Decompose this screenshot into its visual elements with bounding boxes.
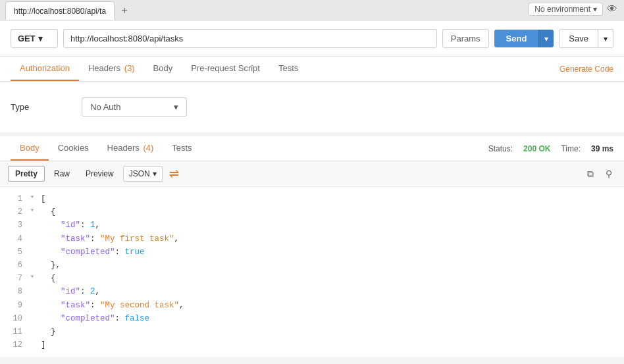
tab-pre-request-script[interactable]: Pre-request Script (182, 57, 269, 81)
response-tabs: Body Cookies Headers (4) Tests (11, 136, 201, 161)
eye-button[interactable]: 👁 (607, 3, 617, 15)
code-line: 12 ▾ ] (0, 338, 624, 351)
chevron-down-icon: ▾ (593, 5, 597, 14)
time-label: Time: (561, 144, 581, 153)
response-section: Body Cookies Headers (4) Tests Status: 2… (0, 136, 624, 357)
pretty-button[interactable]: Pretty (8, 166, 45, 182)
auth-section: Type No Auth ▾ (0, 82, 624, 136)
code-line: 5 ▾ "completed": true (0, 246, 624, 259)
time-value: 39 ms (591, 144, 613, 153)
send-button-group: Send ▾ (494, 30, 554, 47)
env-select[interactable]: No environment ▾ (529, 3, 603, 16)
response-header: Body Cookies Headers (4) Tests Status: 2… (0, 136, 624, 161)
resp-tab-cookies[interactable]: Cookies (49, 136, 98, 161)
env-label: No environment (534, 5, 590, 14)
code-line: 3 ▾ "id": 1, (0, 219, 624, 232)
auth-type-label: Type (11, 102, 29, 112)
code-line: 2 ▾ { (0, 205, 624, 219)
chevron-down-icon: ▾ (174, 102, 178, 112)
preview-button[interactable]: Preview (79, 167, 120, 181)
auth-type-select[interactable]: No Auth ▾ (82, 97, 187, 117)
resp-headers-badge: (4) (143, 143, 153, 153)
code-line: 4 ▾ "task": "My first task", (0, 232, 624, 246)
code-line: 10 ▾ "completed": false (0, 312, 624, 325)
method-select[interactable]: GET ▾ (11, 29, 58, 48)
active-tab[interactable]: http://localhost:8080/api/ta (5, 1, 115, 20)
tab-tests[interactable]: Tests (269, 57, 307, 81)
json-label: JSON (129, 169, 150, 178)
save-button[interactable]: Save (559, 29, 598, 48)
new-tab-button[interactable]: + (117, 3, 132, 18)
request-tabs: Authorization Headers (3) Body Pre-reque… (0, 57, 624, 82)
code-line: 11 ▾ } (0, 325, 624, 338)
wrap-button[interactable]: ⇌ (165, 165, 183, 182)
tab-url: http://localhost:8080/api/ta (14, 7, 106, 16)
tab-authorization[interactable]: Authorization (11, 57, 79, 81)
url-input[interactable] (63, 29, 437, 48)
tab-body[interactable]: Body (144, 57, 182, 81)
chevron-down-icon: ▾ (38, 34, 43, 43)
format-options: Pretty Raw Preview JSON ▾ ⇌ (8, 165, 183, 182)
code-line: 6 ▾ }, (0, 259, 624, 272)
browser-tab-bar: http://localhost:8080/api/ta + No enviro… (0, 0, 624, 21)
request-bar: GET ▾ Params Send ▾ Save ▾ (0, 21, 624, 57)
code-line: 8 ▾ "id": 2, (0, 285, 624, 298)
status-label: Status: (488, 144, 513, 153)
resp-tab-headers[interactable]: Headers (4) (98, 136, 163, 161)
format-bar: Pretty Raw Preview JSON ▾ ⇌ ⧉ ⚲ (0, 161, 624, 187)
auth-type-value: No Auth (90, 102, 120, 112)
method-value: GET (18, 34, 36, 43)
code-viewer: 1 ▾ [ 2 ▾ { 3 ▾ "id": 1, 4 ▾ "task": "My… (0, 187, 624, 357)
raw-button[interactable]: Raw (47, 167, 76, 181)
search-button[interactable]: ⚲ (602, 167, 616, 180)
environment-bar: No environment ▾ 👁 (522, 0, 624, 18)
save-button-group: Save ▾ (559, 29, 613, 48)
format-actions: ⧉ ⚲ (583, 167, 616, 181)
headers-badge: (3) (124, 63, 135, 73)
status-value: 200 OK (523, 144, 550, 153)
code-line: 9 ▾ "task": "My second task", (0, 299, 624, 312)
params-button[interactable]: Params (442, 29, 489, 48)
send-button[interactable]: Send (494, 30, 539, 47)
send-dropdown-button[interactable]: ▾ (538, 30, 554, 47)
json-format-select[interactable]: JSON ▾ (123, 166, 163, 182)
resp-tab-tests[interactable]: Tests (163, 136, 201, 161)
save-dropdown-button[interactable]: ▾ (598, 29, 613, 48)
tab-headers[interactable]: Headers (3) (79, 57, 144, 81)
copy-button[interactable]: ⧉ (583, 167, 598, 181)
code-line: 1 ▾ [ (0, 192, 624, 205)
generate-code-link[interactable]: Generate Code (559, 65, 613, 74)
code-line: 7 ▾ { (0, 272, 624, 285)
chevron-down-icon: ▾ (153, 169, 157, 178)
response-status: Status: 200 OK Time: 39 ms (488, 144, 613, 153)
resp-tab-body[interactable]: Body (11, 136, 49, 161)
